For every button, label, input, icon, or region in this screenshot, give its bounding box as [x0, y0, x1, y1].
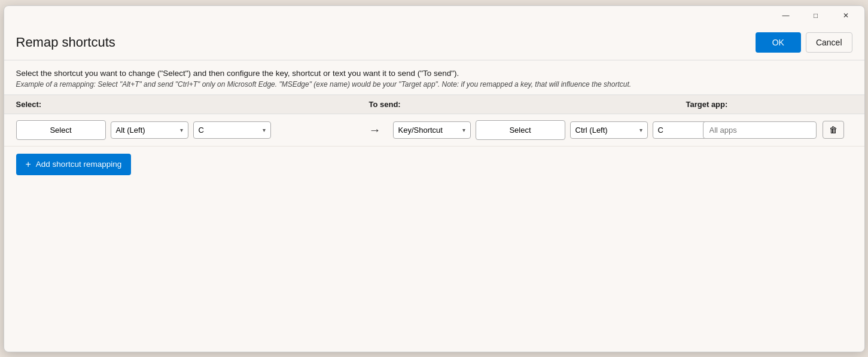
- description-example: Example of a remapping: Select "Alt+T" a…: [16, 80, 852, 89]
- add-shortcut-button[interactable]: + Add shortcut remapping: [16, 154, 132, 175]
- add-shortcut-label: Add shortcut remapping: [36, 160, 121, 169]
- description-main: Select the shortcut you want to change (…: [16, 69, 852, 78]
- ctrl-left-dropdown[interactable]: Ctrl (Left) ▾: [570, 121, 648, 139]
- delete-row-button[interactable]: 🗑: [823, 121, 844, 139]
- key-shortcut-chevron-icon: ▾: [462, 127, 465, 133]
- alt-left-label: Alt (Left): [116, 126, 145, 135]
- titlebar: — □ ✕: [4, 6, 864, 25]
- c-key-dropdown[interactable]: C ▾: [193, 121, 271, 139]
- ok-button[interactable]: OK: [756, 32, 801, 53]
- header-buttons: OK Cancel: [756, 32, 852, 53]
- minimize-button[interactable]: —: [772, 7, 800, 24]
- header: Remap shortcuts OK Cancel: [4, 25, 864, 60]
- target-app-input[interactable]: [703, 121, 817, 139]
- columns-header: Select: To send: Target app:: [4, 95, 864, 114]
- description-area: Select the shortcut you want to change (…: [4, 60, 864, 95]
- col-targetapp-label: Target app:: [686, 100, 728, 109]
- remap-shortcuts-window: — □ ✕ Remap shortcuts OK Cancel Select t…: [4, 5, 865, 352]
- trash-icon: 🗑: [829, 125, 837, 135]
- col-tosend-label: To send:: [369, 100, 686, 109]
- alt-left-chevron-icon: ▾: [180, 127, 183, 133]
- window-title: Remap shortcuts: [16, 35, 115, 50]
- select-shortcut-button[interactable]: Select: [16, 120, 106, 140]
- ctrl-left-label: Ctrl (Left): [575, 126, 608, 135]
- select-section: Select Alt (Left) ▾ C ▾: [16, 120, 357, 140]
- maximize-button[interactable]: □: [802, 7, 830, 24]
- col-select-label: Select:: [16, 100, 369, 109]
- arrow-icon: →: [369, 123, 381, 137]
- ctrl-left-chevron-icon: ▾: [639, 127, 642, 133]
- c-tosend-label: C: [658, 126, 663, 135]
- target-section: 🗑: [703, 121, 852, 139]
- cancel-button[interactable]: Cancel: [806, 32, 852, 53]
- remapping-row: Select Alt (Left) ▾ C ▾ → Key/Shortcut ▾…: [4, 114, 864, 147]
- tosend-section: Key/Shortcut ▾ Select Ctrl (Left) ▾ C ▾: [393, 120, 698, 140]
- key-shortcut-label: Key/Shortcut: [398, 126, 443, 135]
- c-key-label: C: [199, 126, 204, 135]
- c-key-chevron-icon: ▾: [263, 127, 266, 133]
- key-shortcut-dropdown[interactable]: Key/Shortcut ▾: [393, 121, 471, 139]
- close-button[interactable]: ✕: [832, 7, 860, 24]
- alt-left-dropdown[interactable]: Alt (Left) ▾: [111, 121, 188, 139]
- select-tosend-button[interactable]: Select: [476, 120, 565, 140]
- plus-icon: +: [26, 159, 31, 170]
